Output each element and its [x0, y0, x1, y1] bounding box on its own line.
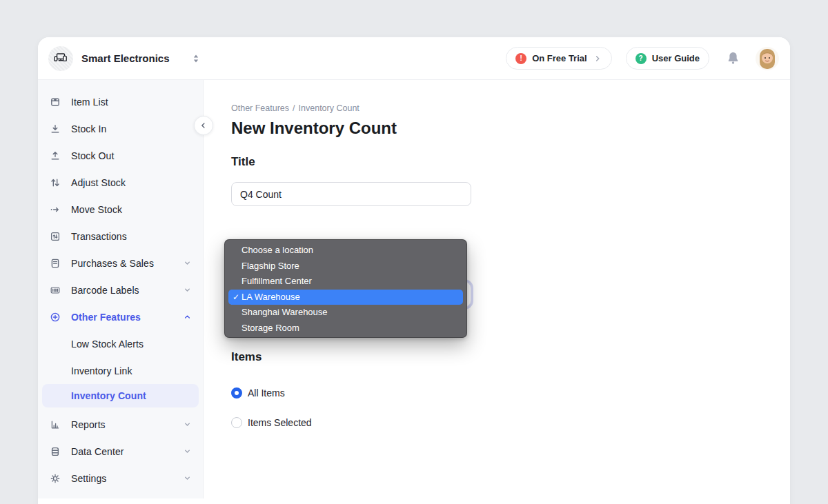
sidebar-item-label: Item List: [71, 97, 108, 108]
avatar[interactable]: [756, 47, 779, 70]
sidebar-item-barcode-labels[interactable]: Barcode Labels: [38, 276, 203, 303]
dropdown-option-label: LA Warehouse: [241, 292, 300, 302]
items-section-label: Items: [231, 350, 790, 364]
free-trial-button[interactable]: ! On Free Trial: [506, 47, 611, 70]
page-title: New Inventory Count: [231, 119, 790, 138]
move-stock-icon: [50, 204, 61, 215]
breadcrumb: Other Features/Inventory Count: [231, 103, 790, 114]
dropdown-option-choose-a-location[interactable]: Choose a location: [225, 243, 466, 259]
question-icon: ?: [635, 53, 647, 64]
chart-icon: [50, 419, 61, 430]
radio-selected-icon[interactable]: [231, 387, 242, 399]
user-guide-button[interactable]: ? User Guide: [626, 47, 709, 70]
sidebar-item-label: Stock In: [71, 123, 106, 134]
breadcrumb-separator: /: [293, 103, 295, 113]
stock-in-icon: [50, 123, 61, 134]
sidebar-item-label: Purchases & Sales: [71, 258, 154, 269]
radio-all-items[interactable]: All Items: [231, 387, 790, 399]
sidebar-item-move-stock[interactable]: Move Stock: [38, 196, 203, 223]
chevron-right-icon: [593, 54, 602, 63]
dropdown-option-la-warehouse[interactable]: ✓LA Warehouse: [228, 290, 463, 305]
check-icon: ✓: [233, 290, 239, 305]
dropdown-option-flagship-store[interactable]: Flagship Store: [225, 259, 466, 274]
database-icon: [50, 446, 61, 457]
dropdown-option-label: Choose a location: [241, 245, 313, 255]
sidebar-item-stock-out[interactable]: Stock Out: [38, 142, 203, 169]
dropdown-option-label: Fulfillment Center: [241, 276, 312, 286]
sidebar-item-reports[interactable]: Reports: [38, 411, 203, 438]
sidebar-item-transactions[interactable]: Transactions: [38, 223, 203, 250]
company-logo: [48, 46, 73, 71]
sidebar-item-adjust-stock[interactable]: Adjust Stock: [38, 169, 203, 196]
chevron-down-icon: [183, 259, 192, 268]
sidebar-item-other-features[interactable]: Other Features: [38, 303, 203, 330]
sidebar-item-settings[interactable]: Settings: [38, 465, 203, 492]
transactions-icon: [50, 231, 61, 242]
chevron-down-icon: [183, 474, 192, 483]
dropdown-option-label: Flagship Store: [241, 261, 299, 271]
app-name: Smart Electronics: [81, 52, 170, 64]
body-area: Item ListStock InStock OutAdjust StockMo…: [38, 80, 790, 504]
chevron-left-icon: [199, 121, 208, 130]
sidebar-item-item-list[interactable]: Item List: [38, 88, 203, 115]
dropdown-option-label: Storage Room: [241, 323, 299, 333]
user-guide-label: User Guide: [652, 53, 700, 63]
sidebar-item-inventory-count[interactable]: Inventory Count: [42, 384, 199, 407]
sidebar-item-label: Data Center: [71, 446, 124, 457]
sidebar-item-label: Move Stock: [71, 204, 122, 215]
sidebar-item-purchases-sales[interactable]: Purchases & Sales: [38, 250, 203, 276]
sidebar-item-label: Inventory Count: [71, 390, 146, 401]
sidebar-item-label: Adjust Stock: [71, 177, 126, 188]
chevron-down-icon: [183, 420, 192, 429]
sidebar-collapse-button[interactable]: [194, 116, 213, 135]
stock-out-icon: [50, 150, 61, 161]
plus-circle-icon: [50, 312, 61, 323]
sidebar-item-label: Stock Out: [71, 150, 114, 161]
sidebar-item-label: Low Stock Alerts: [71, 339, 144, 350]
sidebar-item-label: Inventory Link: [71, 365, 132, 376]
notifications-bell-icon[interactable]: [726, 51, 740, 65]
sidebar: Item ListStock InStock OutAdjust StockMo…: [38, 80, 204, 498]
gear-icon: [50, 473, 61, 484]
sidebar-item-data-center[interactable]: Data Center: [38, 438, 203, 465]
radio-label: All Items: [248, 387, 285, 399]
location-dropdown-menu: Choose a locationFlagship StoreFulfillme…: [224, 239, 467, 338]
items-radio-group: All ItemsItems Selected: [231, 387, 790, 428]
barcode-icon: [50, 285, 61, 296]
breadcrumb-item-other-features[interactable]: Other Features: [231, 103, 289, 113]
chevron-down-icon: [183, 447, 192, 456]
chevron-down-icon: [183, 285, 192, 294]
breadcrumb-item-inventory-count: Inventory Count: [299, 103, 359, 113]
sidebar-item-label: Transactions: [71, 231, 127, 242]
dropdown-option-label: Shanghai Warehouse: [241, 307, 328, 317]
title-input[interactable]: [231, 182, 471, 206]
radio-unselected-icon[interactable]: [231, 417, 242, 428]
adjust-stock-icon: [50, 177, 61, 188]
sidebar-item-low-stock-alerts[interactable]: Low Stock Alerts: [38, 330, 203, 357]
dropdown-option-shanghai-warehouse[interactable]: Shanghai Warehouse: [225, 305, 466, 321]
top-header: Smart Electronics ! On Free Trial ? User…: [38, 37, 790, 80]
radio-items-selected[interactable]: Items Selected: [231, 417, 790, 428]
sidebar-item-label: Barcode Labels: [71, 285, 139, 296]
alert-icon: !: [515, 53, 526, 64]
org-switcher-icon[interactable]: [192, 54, 200, 63]
dropdown-option-fulfillment-center[interactable]: Fulfillment Center: [225, 274, 466, 290]
free-trial-label: On Free Trial: [532, 53, 586, 63]
title-section-label: Title: [231, 155, 790, 169]
chevron-up-icon: [183, 312, 192, 321]
radio-label: Items Selected: [248, 417, 312, 428]
sidebar-item-label: Other Features: [71, 312, 141, 323]
sidebar-item-stock-in[interactable]: Stock In: [38, 115, 203, 142]
sidebar-item-label: Reports: [71, 419, 106, 430]
sidebar-item-inventory-link[interactable]: Inventory Link: [38, 357, 203, 384]
document-icon: [50, 258, 61, 269]
devices-icon: [53, 51, 68, 66]
dropdown-option-storage-room[interactable]: Storage Room: [225, 321, 466, 336]
app-window: Smart Electronics ! On Free Trial ? User…: [38, 37, 790, 504]
package-icon: [50, 97, 61, 108]
sidebar-item-label: Settings: [71, 473, 106, 484]
